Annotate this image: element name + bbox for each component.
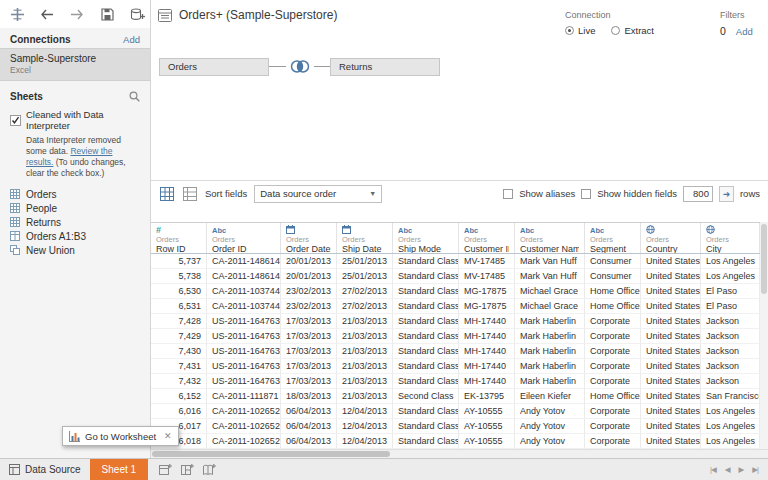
show-hidden-checkbox[interactable] <box>581 189 591 199</box>
table-cell[interactable]: Standard Class <box>393 404 459 419</box>
sheet-item-orders[interactable]: Orders <box>0 187 150 201</box>
table-cell[interactable]: Corporate <box>585 314 641 329</box>
last-record-icon[interactable]: ▶| <box>752 465 758 474</box>
load-rows-button[interactable]: ➜ <box>719 186 734 202</box>
table-cell[interactable]: 21/03/2013 <box>337 344 393 359</box>
canvas-table-returns[interactable]: Returns <box>330 58 440 76</box>
table-cell[interactable]: Standard Class <box>393 284 459 299</box>
table-cell[interactable]: Mark Haberlin <box>515 344 585 359</box>
table-cell[interactable]: AY-10555 <box>459 419 515 434</box>
back-icon[interactable] <box>38 6 56 22</box>
table-cell[interactable]: CA-2011-102652 <box>207 434 281 449</box>
table-cell[interactable]: 7,431 <box>151 359 207 374</box>
table-cell[interactable]: 06/04/2013 <box>281 419 337 434</box>
table-cell[interactable]: Jackson <box>701 359 760 374</box>
table-cell[interactable]: MH-17440 <box>459 344 515 359</box>
table-cell[interactable]: Jackson <box>701 374 760 389</box>
table-cell[interactable]: Home Office <box>585 284 641 299</box>
table-cell[interactable]: 06/04/2013 <box>281 434 337 449</box>
table-cell[interactable]: CA-2011-111871 <box>207 389 281 404</box>
column-header-customer-id[interactable]: AbcOrdersCustomer ID <box>459 223 515 253</box>
table-cell[interactable]: 23/02/2013 <box>281 299 337 314</box>
table-cell[interactable]: United States <box>641 419 701 434</box>
table-cell[interactable]: 27/02/2013 <box>337 299 393 314</box>
table-cell[interactable]: MH-17440 <box>459 314 515 329</box>
table-cell[interactable]: Standard Class <box>393 299 459 314</box>
table-cell[interactable]: 6,531 <box>151 299 207 314</box>
column-header-country[interactable]: OrdersCountry <box>641 223 701 253</box>
table-cell[interactable]: MH-17440 <box>459 374 515 389</box>
column-header-city[interactable]: OrdersCity <box>701 223 760 253</box>
table-cell[interactable]: Corporate <box>585 329 641 344</box>
forward-icon[interactable] <box>68 6 86 22</box>
grid-view-button[interactable] <box>159 186 175 202</box>
table-cell[interactable]: CA-2011-102652 <box>207 419 281 434</box>
table-cell[interactable]: Mark Van Huff <box>515 269 585 284</box>
rows-count-input[interactable] <box>683 186 713 202</box>
table-cell[interactable]: Jackson <box>701 329 760 344</box>
table-cell[interactable]: 6,152 <box>151 389 207 404</box>
table-cell[interactable]: 18/03/2013 <box>281 389 337 404</box>
table-cell[interactable]: US-2011-164763 <box>207 344 281 359</box>
table-cell[interactable]: 17/03/2013 <box>281 329 337 344</box>
table-cell[interactable]: Jackson <box>701 344 760 359</box>
table-cell[interactable]: Los Angeles <box>701 404 760 419</box>
table-cell[interactable]: United States <box>641 374 701 389</box>
table-cell[interactable]: 21/03/2013 <box>337 374 393 389</box>
table-cell[interactable]: Los Angeles <box>701 434 760 449</box>
vertical-scrollbar[interactable] <box>760 222 768 449</box>
go-to-worksheet-tooltip[interactable]: Go to Worksheet ✕ <box>62 426 179 446</box>
table-cell[interactable]: United States <box>641 254 701 269</box>
table-cell[interactable]: MV-17485 <box>459 269 515 284</box>
table-cell[interactable]: 7,429 <box>151 329 207 344</box>
table-cell[interactable]: Mark Haberlin <box>515 359 585 374</box>
add-connection-link[interactable]: Add <box>123 34 140 45</box>
new-worksheet-icon[interactable] <box>158 463 173 477</box>
sheet-item-returns[interactable]: Returns <box>0 215 150 229</box>
table-cell[interactable]: 25/01/2013 <box>337 269 393 284</box>
table-cell[interactable]: Eileen Kiefer <box>515 389 585 404</box>
table-cell[interactable]: Andy Yotov <box>515 404 585 419</box>
table-cell[interactable]: Andy Yotov <box>515 434 585 449</box>
table-cell[interactable]: Standard Class <box>393 254 459 269</box>
extract-radio-dot[interactable] <box>611 26 620 35</box>
table-cell[interactable]: US-2011-164763 <box>207 374 281 389</box>
table-cell[interactable]: 20/01/2013 <box>281 254 337 269</box>
table-cell[interactable]: 5,738 <box>151 269 207 284</box>
column-header-ship-mode[interactable]: AbcOrdersShip Mode <box>393 223 459 253</box>
table-cell[interactable]: United States <box>641 344 701 359</box>
table-cell[interactable]: Consumer <box>585 254 641 269</box>
table-cell[interactable]: Michael Grace <box>515 299 585 314</box>
table-cell[interactable]: Andy Yotov <box>515 419 585 434</box>
table-cell[interactable]: 27/02/2013 <box>337 284 393 299</box>
table-cell[interactable]: 6,530 <box>151 284 207 299</box>
column-header-order-id[interactable]: AbcOrdersOrder ID <box>207 223 281 253</box>
table-cell[interactable]: 7,428 <box>151 314 207 329</box>
table-cell[interactable]: United States <box>641 269 701 284</box>
sort-order-dropdown[interactable]: Data source order ▼ <box>254 185 382 203</box>
table-cell[interactable]: CA-2011-103744 <box>207 299 281 314</box>
table-cell[interactable]: Standard Class <box>393 434 459 449</box>
table-cell[interactable]: 5,737 <box>151 254 207 269</box>
table-cell[interactable]: Standard Class <box>393 269 459 284</box>
table-cell[interactable]: 17/03/2013 <box>281 359 337 374</box>
table-cell[interactable]: Corporate <box>585 419 641 434</box>
table-cell[interactable]: El Paso <box>701 284 760 299</box>
table-cell[interactable]: Michael Grace <box>515 284 585 299</box>
live-radio-dot[interactable] <box>565 26 574 35</box>
table-cell[interactable]: Standard Class <box>393 419 459 434</box>
table-cell[interactable]: 12/04/2013 <box>337 419 393 434</box>
table-cell[interactable]: Corporate <box>585 344 641 359</box>
table-cell[interactable]: United States <box>641 284 701 299</box>
table-cell[interactable]: Standard Class <box>393 374 459 389</box>
table-cell[interactable]: Mark Haberlin <box>515 374 585 389</box>
table-cell[interactable]: Corporate <box>585 434 641 449</box>
table-cell[interactable]: Home Office <box>585 389 641 404</box>
table-cell[interactable]: US-2011-164763 <box>207 359 281 374</box>
table-cell[interactable]: Los Angeles <box>701 269 760 284</box>
vertical-scrollbar-thumb[interactable] <box>761 224 767 294</box>
table-cell[interactable]: 25/01/2013 <box>337 254 393 269</box>
table-cell[interactable]: 12/04/2013 <box>337 434 393 449</box>
next-record-icon[interactable]: ▶ <box>739 465 744 474</box>
table-cell[interactable]: EK-13795 <box>459 389 515 404</box>
